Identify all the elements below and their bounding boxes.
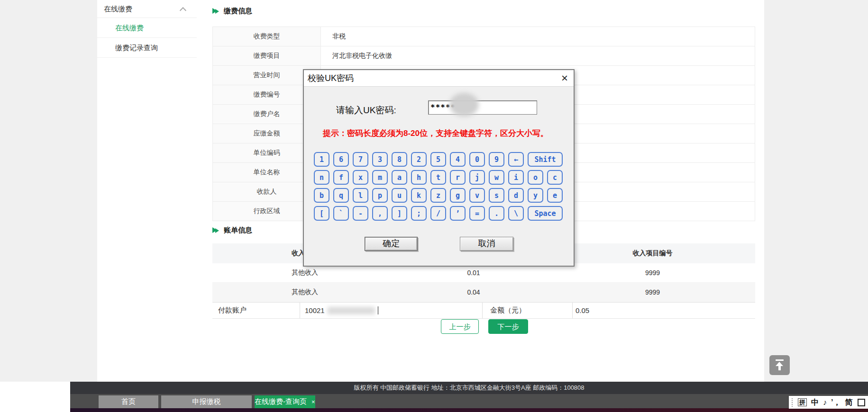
- password-rule-tip: 提示：密码长度必须为8-20位，支持全键盘字符，区分大小写。: [323, 128, 569, 139]
- sidebar-item[interactable]: 在线缴费: [97, 18, 197, 38]
- virtual-key[interactable]: ,: [372, 206, 388, 221]
- virtual-key[interactable]: x: [353, 170, 368, 185]
- header-income-item-code: 收入项目编号: [550, 243, 755, 263]
- ime-icon[interactable]: ’，: [831, 399, 841, 406]
- bill-rows: 其他收入 0.01 9999 其他收入 0.04 9999: [212, 263, 755, 302]
- account-number-redaction: [328, 307, 375, 314]
- payment-account-field[interactable]: 10021: [300, 303, 483, 318]
- virtual-key[interactable]: i: [508, 170, 524, 185]
- tab-label: 首页: [121, 397, 136, 406]
- virtual-key[interactable]: ’: [450, 206, 466, 221]
- payment-info-header: 缴费信息: [212, 7, 252, 16]
- account-number-prefix: 10021: [305, 306, 325, 314]
- virtual-key[interactable]: s: [489, 188, 504, 203]
- virtual-key[interactable]: 5: [430, 152, 446, 167]
- ime-icons: 拼中♪’，简: [798, 398, 852, 406]
- section-arrow-icon: [212, 7, 219, 15]
- payment-account-row: 付款账户 10021 金额（元） 0.05: [212, 302, 755, 319]
- virtual-key[interactable]: c: [547, 170, 563, 185]
- taskbar-tab[interactable]: 首页: [99, 395, 158, 408]
- bill-row: 其他收入 0.04 9999: [212, 283, 755, 302]
- virtual-key[interactable]: e: [547, 188, 563, 203]
- virtual-key[interactable]: d: [508, 188, 524, 203]
- virtual-key[interactable]: t: [430, 170, 446, 185]
- virtual-key[interactable]: p: [372, 188, 388, 203]
- virtual-key[interactable]: j: [469, 170, 485, 185]
- virtual-key[interactable]: .: [489, 206, 504, 221]
- virtual-key[interactable]: 3: [372, 152, 388, 167]
- cancel-button[interactable]: 取消: [460, 237, 513, 251]
- virtual-key[interactable]: `: [333, 206, 349, 221]
- virtual-key[interactable]: 0: [469, 152, 485, 167]
- copyright-bar: 版权所有 中国邮政储蓄银行 地址：北京市西城区金融大街3号A座 邮政编码：100…: [70, 382, 868, 394]
- sidebar-group-label: 在线缴费: [104, 5, 132, 13]
- virtual-key[interactable]: w: [489, 170, 504, 185]
- close-icon[interactable]: ×: [561, 71, 568, 85]
- income-item: 其他收入: [212, 283, 397, 302]
- tab-close-icon[interactable]: ×: [311, 398, 315, 405]
- virtual-key[interactable]: a: [392, 170, 407, 185]
- ime-icon[interactable]: 拼: [798, 398, 807, 406]
- virtual-key[interactable]: 1: [314, 152, 329, 167]
- virtual-key[interactable]: 2: [411, 152, 427, 167]
- row-value: 河北非税电子化收缴: [321, 46, 755, 65]
- ime-icon[interactable]: 简: [845, 399, 852, 406]
- uk-password-dialog: 校验UK密码 × 请输入UK密码: ***** 提示：密码长度必须为8-20位，…: [303, 69, 575, 267]
- virtual-key[interactable]: v: [469, 188, 485, 203]
- sidebar: 在线缴费 缴费记录查询: [97, 18, 197, 58]
- virtual-key[interactable]: h: [411, 170, 427, 185]
- virtual-key[interactable]: f: [333, 170, 349, 185]
- virtual-key[interactable]: q: [333, 188, 349, 203]
- ime-icon[interactable]: ♪: [823, 399, 827, 406]
- virtual-key[interactable]: m: [372, 170, 388, 185]
- virtual-key[interactable]: \: [508, 206, 524, 221]
- virtual-key[interactable]: 9: [489, 152, 504, 167]
- taskbar-tab[interactable]: 申报缴税: [161, 395, 252, 408]
- virtual-key[interactable]: y: [528, 188, 543, 203]
- virtual-key[interactable]: o: [528, 170, 543, 185]
- next-step-button[interactable]: 下一步: [488, 319, 528, 334]
- keyboard-row-3: bqlpukzgvsdye: [314, 188, 565, 203]
- ime-drag-handle[interactable]: [792, 398, 794, 407]
- bill-info-title: 账单信息: [224, 226, 252, 235]
- keyboard-row-4: [`-,];/’=.\Space: [314, 206, 565, 221]
- previous-step-button[interactable]: 上一步: [441, 319, 479, 334]
- virtual-key[interactable]: [: [314, 206, 329, 221]
- sidebar-item[interactable]: 缴费记录查询: [97, 38, 197, 58]
- uk-password-input[interactable]: *****: [428, 100, 537, 115]
- virtual-key[interactable]: u: [392, 188, 407, 203]
- payment-account-label: 付款账户: [212, 303, 300, 318]
- virtual-key[interactable]: 7: [353, 152, 368, 167]
- table-row: 缴费项目 河北非税电子化收缴: [213, 46, 755, 66]
- virtual-key[interactable]: n: [314, 170, 329, 185]
- scroll-to-top-button[interactable]: [769, 355, 790, 375]
- virtual-key[interactable]: 8: [392, 152, 407, 167]
- virtual-key[interactable]: k: [411, 188, 427, 203]
- income-item-code: 9999: [550, 263, 755, 282]
- virtual-key[interactable]: /: [430, 206, 446, 221]
- virtual-key[interactable]: z: [430, 188, 446, 203]
- virtual-key[interactable]: l: [353, 188, 368, 203]
- virtual-key[interactable]: =: [469, 206, 485, 221]
- payment-info-title: 缴费信息: [224, 7, 252, 16]
- virtual-key[interactable]: ;: [411, 206, 427, 221]
- sidebar-group-online-payment[interactable]: 在线缴费: [97, 0, 197, 18]
- virtual-key[interactable]: 6: [333, 152, 349, 167]
- amount-value: 0.05: [573, 303, 755, 318]
- virtual-key[interactable]: r: [450, 170, 466, 185]
- chevron-up-icon: [180, 7, 186, 14]
- virtual-key[interactable]: Shift: [528, 152, 563, 167]
- virtual-key[interactable]: -: [353, 206, 368, 221]
- virtual-key[interactable]: Space: [528, 206, 563, 221]
- virtual-key[interactable]: 4: [450, 152, 466, 167]
- taskbar-tab[interactable]: 在线缴费-查询页 ×: [255, 395, 315, 408]
- desktop-wallpaper-strip: [70, 408, 868, 412]
- virtual-key[interactable]: b: [314, 188, 329, 203]
- virtual-key[interactable]: ←: [508, 152, 524, 167]
- ime-icon[interactable]: 中: [811, 399, 819, 406]
- virtual-key[interactable]: g: [450, 188, 466, 203]
- ime-toolbar: 拼中♪’，简: [789, 396, 868, 409]
- virtual-key[interactable]: ]: [392, 206, 407, 221]
- ok-button[interactable]: 确定: [365, 237, 418, 251]
- tab-label: 申报缴税: [192, 397, 221, 406]
